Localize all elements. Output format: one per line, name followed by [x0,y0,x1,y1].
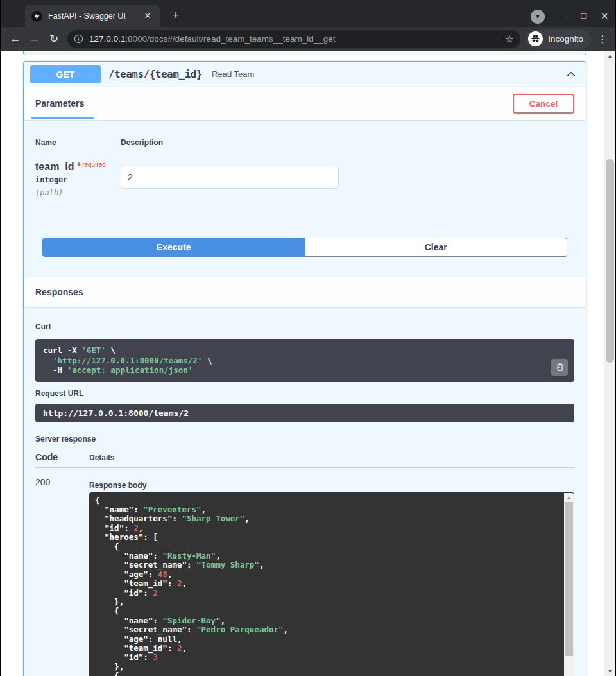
response-body-label: Response body [89,481,574,490]
window-maximize-button[interactable]: ❐ [576,8,592,24]
request-url-value: http://127.0.0.1:8000/teams/2 [43,408,189,418]
parameters-section-header: Parameters Cancel [24,87,586,120]
endpoint-summary: Read Team [212,69,254,79]
page-scrollbar[interactable]: ▲ ▼ [604,51,615,676]
parameter-name: team_id *required [35,161,121,173]
browser-toolbar: ← → ↻ 127.0.0.1:8000/docs#/default/read_… [1,27,615,51]
parameter-row: team_id *required integer (path) [24,152,586,197]
responses-title: Responses [35,287,83,297]
execute-button[interactable]: Execute [42,238,305,257]
page-info-icon[interactable] [74,34,83,44]
collapse-chevron-icon[interactable] [563,66,579,83]
tab-parameters[interactable]: Parameters [35,88,89,119]
cancel-button[interactable]: Cancel [513,94,574,114]
endpoint-path: /teams/{team_id} [108,69,202,80]
curl-label: Curl [35,322,574,331]
team-id-input[interactable] [121,166,339,189]
response-row: 200 Response body { "name": "Preventers"… [35,468,574,676]
responses-area: Curl curl -X 'GET' \ 'http://127.0.0.1:8… [24,307,586,676]
previous-opblock-edge [23,51,586,55]
swagger-page: GET /teams/{team_id} Read Team Parameter… [1,51,604,676]
clear-button[interactable]: Clear [305,238,568,257]
response-body-block: { "name": "Preventers", "headquarters": … [89,492,574,676]
bookmark-star-icon[interactable]: ☆ [505,33,514,45]
address-bar[interactable]: 127.0.0.1:8000/docs#/default/read_team_t… [67,30,520,48]
description-column-header: Description [121,138,163,147]
url-text: 127.0.0.1:8000/docs#/default/read_team_t… [89,34,505,44]
response-scrollbar-thumb[interactable] [565,502,573,656]
tab-search-icon[interactable]: ▼ [531,10,545,24]
code-column-header: Code [35,452,89,462]
page-scroll-down-icon[interactable]: ▼ [604,666,615,676]
page-scroll-up-icon[interactable]: ▲ [604,51,615,61]
incognito-icon [528,31,543,46]
required-label: required [82,161,106,168]
back-button[interactable]: ← [6,30,25,49]
browser-tab[interactable]: FastAPI - Swagger UI ✕ [25,5,160,27]
incognito-badge: Incognito [526,30,591,49]
request-url-label: Request URL [35,389,574,398]
copy-to-clipboard-button[interactable] [551,359,568,376]
reload-button[interactable]: ↻ [44,30,64,49]
method-badge: GET [30,65,101,83]
page-scrollbar-thumb[interactable] [606,159,614,363]
response-body-scrollbar[interactable]: ▲ [564,493,574,676]
url-host: 127.0.0.1 [89,34,125,44]
details-column-header: Details [89,453,114,462]
parameter-type: integer [35,175,121,184]
opblock-header[interactable]: GET /teams/{team_id} Read Team [24,62,586,87]
window-close-button[interactable]: ✕ [596,8,613,24]
curl-command-block: curl -X 'GET' \ 'http://127.0.0.1:8000/t… [35,339,574,382]
status-code: 200 [35,476,89,676]
browser-window: FastAPI - Swagger UI ✕ + ▼ – ❐ ✕ ← → ↻ 1… [0,0,616,676]
url-path: :8000/docs#/default/read_team_teams__tea… [125,34,335,44]
fastapi-favicon-icon [31,11,42,22]
tab-title: FastAPI - Swagger UI [48,12,142,21]
window-minimize-button[interactable]: – [555,8,572,24]
required-star: * [77,161,81,172]
tab-close-icon[interactable]: ✕ [142,10,153,22]
tab-strip: FastAPI - Swagger UI ✕ + ▼ – ❐ ✕ [1,0,615,27]
responses-section-header: Responses [24,277,586,307]
name-column-header: Name [35,138,121,147]
new-tab-button[interactable]: + [167,8,184,24]
scroll-up-icon[interactable]: ▲ [564,493,574,501]
server-response-label: Server response [35,435,574,444]
opblock-get-read-team: GET /teams/{team_id} Read Team Parameter… [23,61,586,676]
forward-button[interactable]: → [25,30,44,49]
parameter-location: (path) [35,188,121,197]
incognito-label: Incognito [548,34,583,44]
browser-menu-icon[interactable]: ⋮ [595,31,610,48]
parameters-area: Name Description team_id *required integ… [24,120,586,277]
request-url-block: http://127.0.0.1:8000/teams/2 [35,404,574,422]
